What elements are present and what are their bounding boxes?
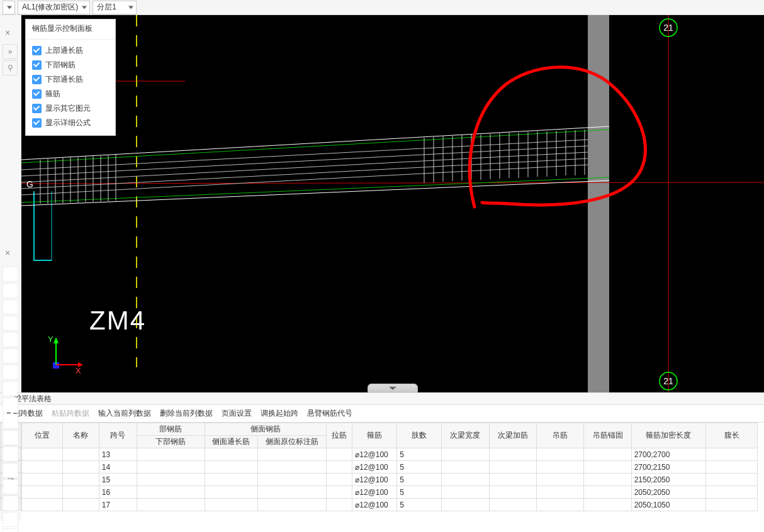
col-secw[interactable]: 次梁宽度 (442, 423, 489, 448)
panel-title: 钢筋显示控制面板 (26, 19, 115, 40)
table-toolbar: 复制跨数据 粘贴跨数据 输入当前列数据 删除当前列数据 页面设置 调换起始跨 悬… (0, 405, 764, 423)
bubble-21-top: 21 (663, 23, 673, 33)
checkbox-icon[interactable] (32, 89, 42, 99)
checkbox-icon[interactable] (32, 60, 42, 70)
svg-text:X: X (76, 366, 81, 375)
col-tie[interactable]: 拉筋 (327, 423, 352, 448)
axis-bubble-g: G (26, 179, 33, 189)
checkbox-icon[interactable] (32, 104, 42, 113)
sidebar-slot[interactable] (3, 316, 18, 331)
col-stirrup[interactable]: 箍筋 (352, 423, 397, 448)
sidebar-slot[interactable] (3, 348, 18, 363)
sidebar-slot[interactable] (3, 299, 18, 314)
sidebar-slot[interactable] (3, 283, 18, 298)
col-web[interactable]: 腹长 (706, 423, 758, 448)
col-legs[interactable]: 肢数 (397, 423, 442, 448)
swap-start-span-button[interactable]: 调换起始跨 (261, 408, 298, 419)
svg-marker-50 (53, 337, 59, 343)
table-row[interactable]: 17⌀12@10052050;1050 (22, 499, 758, 511)
svg-text:Y: Y (48, 335, 53, 344)
cad-canvas[interactable]: 21 21 G ZM4 X Y 钢筋显示控制面板 上部通长筋 (21, 15, 764, 392)
data-grid[interactable]: 13 14 15 16 17 位置 名称 跨号 部钢筋 侧面钢筋 拉筋 箍筋 肢… (0, 423, 764, 521)
checkbox-icon[interactable] (32, 46, 42, 55)
bubble-21-bottom: 21 (663, 376, 673, 386)
section-title: 梁平法表格 (14, 394, 52, 404)
chevron-down-icon (389, 387, 396, 390)
col-pos[interactable]: 位置 (22, 423, 63, 448)
sidebar-slot[interactable] (3, 414, 18, 429)
delete-column-button[interactable]: 删除当前列数据 (160, 408, 213, 419)
dropdown-layer[interactable]: 分层1 (93, 1, 137, 14)
col-group-side[interactable]: 侧面钢筋 (205, 423, 327, 436)
panel-item-label: 箍筋 (45, 89, 60, 99)
dropdown-area[interactable]: AL1(修改加密区) (18, 1, 90, 14)
col-hanchor[interactable]: 吊筋锚固 (584, 423, 631, 448)
col-side-orig[interactable]: 侧面原位标注筋 (257, 436, 327, 448)
sidebar-slot[interactable] (3, 365, 18, 380)
close-icon[interactable]: × (5, 28, 10, 38)
panel-item-label: 下部钢筋 (45, 60, 76, 70)
panel-item[interactable]: 上部通长筋 (30, 43, 111, 58)
col-stir-dense[interactable]: 箍筋加密长度 (631, 423, 705, 448)
panel-item-label: 上部通长筋 (45, 45, 83, 56)
svg-line-7 (21, 177, 609, 202)
dropdown-area-value: AL1(修改加密区) (22, 2, 78, 13)
rebar-display-panel: 钢筋显示控制面板 上部通长筋 下部钢筋 下部通长筋 箍筋 显示其它图元 显示详细… (25, 19, 116, 136)
input-column-button[interactable]: 输入当前列数据 (98, 408, 151, 419)
col-span[interactable]: 跨号 (99, 423, 137, 448)
checkbox-icon[interactable] (32, 118, 42, 128)
sidebar-slot[interactable] (3, 479, 18, 494)
svg-line-11 (21, 146, 588, 176)
table-row[interactable]: 15⌀12@10052150;2050 (22, 474, 758, 486)
sidebar-slot[interactable] (3, 430, 18, 445)
col-secadd[interactable]: 次梁加筋 (489, 423, 536, 448)
col-hanger[interactable]: 吊筋 (536, 423, 583, 448)
panel-item-label: 显示其它图元 (45, 103, 91, 114)
left-sidebar: × » ⚲ × (0, 15, 21, 392)
sidebar-tool-1[interactable]: » (3, 44, 18, 59)
table-row[interactable]: 14⌀12@10052700;2150 (22, 461, 758, 474)
col-group-bu[interactable]: 部钢筋 (137, 423, 205, 436)
sidebar-slot[interactable] (3, 463, 18, 478)
member-label-zm4: ZM4 (89, 306, 146, 335)
paste-span-button: 粘贴跨数据 (52, 408, 89, 419)
grid-header: 位置 名称 跨号 部钢筋 侧面钢筋 拉筋 箍筋 肢数 次梁宽度 次梁加筋 吊筋 … (22, 423, 758, 448)
col-side-thru[interactable]: 侧面通长筋 (205, 436, 257, 448)
dropdown-layer-value: 分层1 (97, 2, 116, 13)
cantilever-code-button[interactable]: 悬臂钢筋代号 (307, 408, 352, 419)
sidebar-slot[interactable] (3, 446, 18, 462)
checkbox-icon[interactable] (32, 75, 42, 84)
page-settings-button[interactable]: 页面设置 (222, 408, 252, 419)
annotation-circle (469, 67, 645, 207)
panel-item[interactable]: 显示详细公式 (30, 116, 111, 130)
sidebar-tool-2[interactable]: ⚲ (3, 60, 18, 75)
splitter-handle[interactable] (368, 384, 418, 392)
axis-triad: X Y (48, 335, 83, 375)
table-section-header: 梁平法表格 (0, 392, 764, 405)
table-row[interactable]: 16⌀12@10052050;2050 (22, 486, 758, 499)
sidebar-slot[interactable] (3, 381, 18, 396)
sidebar-slot[interactable] (3, 512, 18, 527)
panel-item[interactable]: 下部钢筋 (30, 58, 111, 72)
panel-item-label: 显示详细公式 (45, 118, 91, 128)
sidebar-slot[interactable] (3, 496, 18, 511)
svg-line-12 (21, 152, 588, 182)
sidebar-slot[interactable] (3, 267, 18, 282)
svg-line-13 (21, 158, 588, 189)
table-row[interactable]: 13⌀12@10052700;2700 (22, 448, 758, 461)
sidebar-slot[interactable] (3, 528, 18, 532)
panel-item[interactable]: 下部通长筋 (30, 72, 111, 87)
panel-item[interactable]: 显示其它图元 (30, 101, 111, 116)
sidebar-slot[interactable] (3, 332, 18, 347)
panel-item[interactable]: 箍筋 (30, 87, 111, 101)
panel-item-label: 下部通长筋 (45, 74, 83, 85)
col-bottom-bar[interactable]: 下部钢筋 (137, 436, 205, 448)
top-bar: AL1(修改加密区) 分层1 (0, 0, 764, 15)
dropdown-empty-1[interactable] (3, 1, 15, 14)
col-name[interactable]: 名称 (62, 423, 99, 448)
sidebar-slot[interactable] (3, 397, 18, 413)
